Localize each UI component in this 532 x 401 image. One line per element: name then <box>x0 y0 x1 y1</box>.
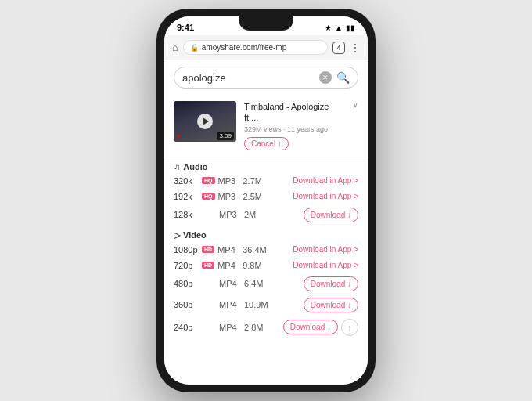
search-icon[interactable]: 🔍 <box>336 71 350 84</box>
cancel-button[interactable]: Cancel ↑ <box>244 137 289 150</box>
video-size-0: 36.4M <box>243 245 289 255</box>
video-thumbnail[interactable]: Y 3:09 <box>174 101 236 142</box>
video-download-btn-4[interactable]: Download ↓ <box>283 320 338 334</box>
hd-badge-0: HD <box>202 246 214 253</box>
video-type-1: MP4 <box>217 261 239 270</box>
video-quality-4: 240p <box>174 323 199 332</box>
audio-quality-1: 192k <box>174 192 199 201</box>
audio-format-row-0: 320k HQ MP3 2.7M Download in App > <box>164 173 368 189</box>
video-download-btn-2[interactable]: Download ↓ <box>304 276 358 291</box>
audio-format-row-2: 128k MP3 2M Download ↓ <box>164 204 368 226</box>
audio-quality-2: 128k <box>174 210 199 219</box>
audio-type-0: MP3 <box>218 176 240 186</box>
yt-logo: Y <box>176 133 180 140</box>
audio-type-1: MP3 <box>218 192 240 201</box>
cancel-up-icon: ↑ <box>278 139 282 148</box>
expand-icon[interactable]: ∨ <box>353 101 358 109</box>
search-bar[interactable]: apologize ✕ 🔍 <box>174 67 358 89</box>
video-download-label-4: Download ↓ <box>290 323 331 331</box>
video-type-0: MP4 <box>217 245 239 255</box>
video-download-1[interactable]: Download in App > <box>293 261 358 269</box>
battery-icon: ▮▮ <box>346 23 355 32</box>
audio-download-1[interactable]: Download in App > <box>293 192 358 200</box>
video-size-3: 10.9M <box>244 300 300 309</box>
audio-size-2: 2M <box>244 210 300 219</box>
status-time: 9:41 <box>177 23 194 32</box>
video-size-4: 2.8M <box>244 323 280 332</box>
video-size-1: 9.8M <box>243 261 289 270</box>
video-download-label-2: Download ↓ <box>311 280 351 288</box>
tab-count[interactable]: 4 <box>332 42 345 54</box>
video-format-row-0: 1080p HD MP4 36.4M Download in App > <box>164 242 368 258</box>
audio-quality-0: 320k <box>174 176 199 186</box>
scroll-to-top-button[interactable]: ↑ <box>341 319 358 336</box>
hq-badge-1: HQ <box>202 193 215 200</box>
video-section-label: Video <box>183 230 207 240</box>
play-button[interactable] <box>197 114 213 129</box>
video-quality-2: 480p <box>174 279 199 288</box>
search-query: apologize <box>182 72 315 84</box>
audio-section-label: Audio <box>183 162 207 172</box>
video-quality-1: 720p <box>174 261 199 270</box>
video-section-header: ▷ Video <box>164 226 368 242</box>
video-title: Timbaland - Apologize ft.... <box>244 101 345 124</box>
video-format-row-4-container: 240p MP4 2.8M Download ↓ ↑ <box>164 316 368 339</box>
film-icon: ▷ <box>174 230 180 240</box>
video-type-4: MP4 <box>219 323 241 332</box>
audio-download-btn-2[interactable]: Download ↓ <box>304 208 358 222</box>
audio-download-label-2: Download ↓ <box>311 211 351 219</box>
bluetooth-icon: ★ <box>325 23 332 32</box>
audio-size-0: 2.7M <box>243 176 290 186</box>
video-duration: 3:09 <box>217 132 234 140</box>
content-area[interactable]: Y 3:09 Timbaland - Apologize ft.... 329M… <box>164 95 368 385</box>
play-triangle-icon <box>203 117 209 125</box>
video-format-row-4: 240p MP4 2.8M Download ↓ <box>174 320 338 334</box>
video-quality-3: 360p <box>174 300 199 309</box>
home-icon[interactable]: ⌂ <box>172 42 178 53</box>
hq-badge-0: HQ <box>202 177 215 184</box>
audio-download-0[interactable]: Download in App > <box>293 176 358 185</box>
video-format-row-2: 480p MP4 6.4M Download ↓ <box>164 273 368 294</box>
menu-dots-icon[interactable]: ⋮ <box>350 42 360 54</box>
search-bar-area: apologize ✕ 🔍 <box>164 60 368 95</box>
audio-section-header: ♫ Audio <box>164 157 368 173</box>
cancel-label: Cancel <box>251 139 275 148</box>
lock-icon: 🔒 <box>190 44 199 52</box>
hd-badge-1: HD <box>202 262 214 269</box>
video-type-2: MP4 <box>219 279 241 288</box>
phone-frame: 9:41 ★ ▲ ▮▮ ⌂ 🔒 amoyshare.com/free-mp 4 … <box>156 9 376 392</box>
video-size-2: 6.4M <box>244 279 300 288</box>
url-text: amoyshare.com/free-mp <box>202 43 321 52</box>
url-bar[interactable]: 🔒 amoyshare.com/free-mp <box>183 40 328 55</box>
video-type-3: MP4 <box>219 300 241 309</box>
audio-format-row-1: 192k HQ MP3 2.5M Download in App > <box>164 189 368 204</box>
video-format-row-1: 720p HD MP4 9.8M Download in App > <box>164 258 368 273</box>
video-download-label-3: Download ↓ <box>311 301 351 309</box>
video-quality-0: 1080p <box>174 245 199 255</box>
search-clear-button[interactable]: ✕ <box>319 71 332 84</box>
wifi-icon: ▲ <box>335 23 343 32</box>
audio-size-1: 2.5M <box>243 192 290 201</box>
video-download-btn-3[interactable]: Download ↓ <box>304 298 358 312</box>
video-info: Timbaland - Apologize ft.... 329M views … <box>244 101 345 150</box>
status-icons: ★ ▲ ▮▮ <box>325 23 355 32</box>
video-result-card: Y 3:09 Timbaland - Apologize ft.... 329M… <box>164 95 368 157</box>
video-download-0[interactable]: Download in App > <box>293 245 358 254</box>
phone-screen: 9:41 ★ ▲ ▮▮ ⌂ 🔒 amoyshare.com/free-mp 4 … <box>164 16 368 385</box>
audio-type-2: MP3 <box>219 210 241 219</box>
notch <box>239 16 293 31</box>
browser-bar: ⌂ 🔒 amoyshare.com/free-mp 4 ⋮ <box>164 35 368 60</box>
video-format-row-3: 360p MP4 10.9M Download ↓ <box>164 294 368 316</box>
music-note-icon: ♫ <box>174 162 180 172</box>
video-meta: 329M views · 11 years ago <box>244 125 345 133</box>
